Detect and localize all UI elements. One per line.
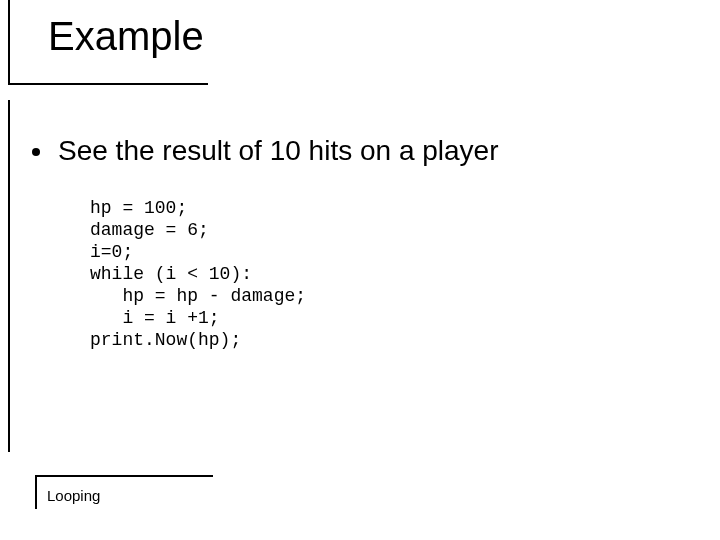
slide-title: Example — [48, 14, 204, 59]
bullet-dot-icon — [32, 148, 40, 156]
body-rule-vertical — [8, 100, 10, 452]
footer-rule-vertical — [35, 475, 37, 509]
footer-label: Looping — [47, 487, 100, 504]
code-block: hp = 100; damage = 6; i=0; while (i < 10… — [90, 197, 306, 351]
slide: Example See the result of 10 hits on a p… — [0, 0, 720, 540]
title-rule-horizontal — [8, 83, 208, 85]
title-rule-vertical — [8, 0, 10, 85]
bullet-item: See the result of 10 hits on a player — [32, 135, 499, 167]
footer-rule-horizontal — [35, 475, 213, 477]
bullet-text: See the result of 10 hits on a player — [58, 135, 499, 167]
